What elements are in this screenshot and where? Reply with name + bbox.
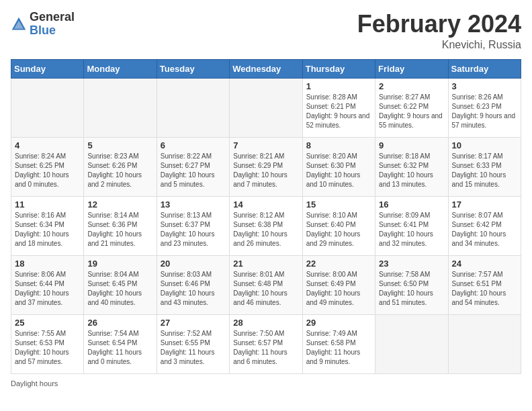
day-info: Sunrise: 8:01 AMSunset: 6:48 PMDaylight:… xyxy=(233,270,298,308)
header-saturday: Saturday xyxy=(448,59,521,78)
table-row: 1Sunrise: 8:28 AMSunset: 6:21 PMDaylight… xyxy=(302,78,375,137)
day-info: Sunrise: 7:49 AMSunset: 6:58 PMDaylight:… xyxy=(306,329,371,367)
logo-icon xyxy=(11,16,27,32)
day-number: 18 xyxy=(15,259,80,269)
table-row: 21Sunrise: 8:01 AMSunset: 6:48 PMDayligh… xyxy=(230,255,302,314)
day-info: Sunrise: 8:21 AMSunset: 6:29 PMDaylight:… xyxy=(233,152,298,189)
header-thursday: Thursday xyxy=(302,59,375,78)
day-number: 20 xyxy=(161,259,226,269)
calendar-subtitle: Knevichi, Russia xyxy=(357,39,521,51)
day-info: Sunrise: 8:12 AMSunset: 6:38 PMDaylight:… xyxy=(233,211,298,248)
day-number: 27 xyxy=(161,318,226,328)
day-number: 14 xyxy=(233,199,298,210)
table-row xyxy=(157,78,229,137)
day-info: Sunrise: 7:57 AMSunset: 6:51 PMDaylight:… xyxy=(452,270,517,308)
table-row: 6Sunrise: 8:22 AMSunset: 6:27 PMDaylight… xyxy=(157,137,229,196)
table-row: 25Sunrise: 7:55 AMSunset: 6:53 PMDayligh… xyxy=(11,314,84,373)
table-row: 14Sunrise: 8:12 AMSunset: 6:38 PMDayligh… xyxy=(230,196,302,255)
day-number: 11 xyxy=(15,199,80,210)
day-number: 29 xyxy=(306,318,371,328)
table-row: 10Sunrise: 8:17 AMSunset: 6:33 PMDayligh… xyxy=(448,137,521,196)
day-number: 9 xyxy=(379,140,444,150)
logo-general: General xyxy=(30,10,75,24)
day-info: Sunrise: 7:55 AMSunset: 6:53 PMDaylight:… xyxy=(15,329,80,367)
table-row: 29Sunrise: 7:49 AMSunset: 6:58 PMDayligh… xyxy=(302,314,375,373)
table-row: 23Sunrise: 7:58 AMSunset: 6:50 PMDayligh… xyxy=(375,255,448,314)
day-number: 7 xyxy=(233,140,298,150)
day-number: 21 xyxy=(233,259,298,269)
day-number: 16 xyxy=(379,199,444,210)
day-info: Sunrise: 7:54 AMSunset: 6:54 PMDaylight:… xyxy=(87,329,152,367)
day-number: 24 xyxy=(452,259,517,269)
day-info: Sunrise: 8:06 AMSunset: 6:44 PMDaylight:… xyxy=(15,270,80,308)
daylight-label: Daylight hours xyxy=(11,379,58,387)
day-info: Sunrise: 8:03 AMSunset: 6:46 PMDaylight:… xyxy=(161,270,226,308)
table-row xyxy=(230,78,302,137)
day-info: Sunrise: 7:52 AMSunset: 6:55 PMDaylight:… xyxy=(161,329,226,367)
table-row: 13Sunrise: 8:13 AMSunset: 6:37 PMDayligh… xyxy=(157,196,229,255)
day-info: Sunrise: 8:24 AMSunset: 6:25 PMDaylight:… xyxy=(15,152,80,189)
logo-blue: Blue xyxy=(30,24,56,37)
table-row: 3Sunrise: 8:26 AMSunset: 6:23 PMDaylight… xyxy=(448,78,521,137)
table-row: 18Sunrise: 8:06 AMSunset: 6:44 PMDayligh… xyxy=(11,255,84,314)
table-row xyxy=(11,78,84,137)
table-row xyxy=(375,314,448,373)
day-number: 22 xyxy=(306,259,371,269)
day-number: 12 xyxy=(87,199,152,210)
day-info: Sunrise: 8:10 AMSunset: 6:40 PMDaylight:… xyxy=(306,211,371,248)
day-number: 1 xyxy=(306,81,371,91)
day-number: 2 xyxy=(379,81,444,91)
calendar-header: Sunday Monday Tuesday Wednesday Thursday… xyxy=(11,59,521,78)
day-info: Sunrise: 8:27 AMSunset: 6:22 PMDaylight:… xyxy=(379,93,444,130)
table-row: 26Sunrise: 7:54 AMSunset: 6:54 PMDayligh… xyxy=(84,314,157,373)
logo-text: General Blue xyxy=(30,11,75,38)
footer: Daylight hours xyxy=(11,379,521,387)
day-number: 8 xyxy=(306,140,371,150)
day-info: Sunrise: 7:58 AMSunset: 6:50 PMDaylight:… xyxy=(379,270,444,308)
table-row: 4Sunrise: 8:24 AMSunset: 6:25 PMDaylight… xyxy=(11,137,84,196)
header-tuesday: Tuesday xyxy=(157,59,229,78)
day-info: Sunrise: 7:50 AMSunset: 6:57 PMDaylight:… xyxy=(233,329,298,367)
day-info: Sunrise: 8:09 AMSunset: 6:41 PMDaylight:… xyxy=(379,211,444,248)
table-row: 2Sunrise: 8:27 AMSunset: 6:22 PMDaylight… xyxy=(375,78,448,137)
day-number: 15 xyxy=(306,199,371,210)
day-info: Sunrise: 8:18 AMSunset: 6:32 PMDaylight:… xyxy=(379,152,444,189)
table-row xyxy=(448,314,521,373)
day-info: Sunrise: 8:14 AMSunset: 6:36 PMDaylight:… xyxy=(87,211,152,248)
day-number: 23 xyxy=(379,259,444,269)
day-number: 25 xyxy=(15,318,80,328)
day-number: 4 xyxy=(15,140,80,150)
table-row: 12Sunrise: 8:14 AMSunset: 6:36 PMDayligh… xyxy=(84,196,157,255)
day-info: Sunrise: 8:16 AMSunset: 6:34 PMDaylight:… xyxy=(15,211,80,248)
day-info: Sunrise: 8:04 AMSunset: 6:45 PMDaylight:… xyxy=(87,270,152,308)
day-number: 19 xyxy=(87,259,152,269)
table-row: 5Sunrise: 8:23 AMSunset: 6:26 PMDaylight… xyxy=(84,137,157,196)
table-row: 19Sunrise: 8:04 AMSunset: 6:45 PMDayligh… xyxy=(84,255,157,314)
table-row: 20Sunrise: 8:03 AMSunset: 6:46 PMDayligh… xyxy=(157,255,229,314)
day-number: 13 xyxy=(161,199,226,210)
header: General Blue February 2024 Knevichi, Rus… xyxy=(11,11,521,51)
day-number: 26 xyxy=(87,318,152,328)
day-info: Sunrise: 8:23 AMSunset: 6:26 PMDaylight:… xyxy=(87,152,152,189)
table-row: 15Sunrise: 8:10 AMSunset: 6:40 PMDayligh… xyxy=(302,196,375,255)
day-info: Sunrise: 8:26 AMSunset: 6:23 PMDaylight:… xyxy=(452,93,517,130)
day-info: Sunrise: 8:00 AMSunset: 6:49 PMDaylight:… xyxy=(306,270,371,308)
title-area: February 2024 Knevichi, Russia xyxy=(357,11,521,51)
day-number: 5 xyxy=(87,140,152,150)
day-number: 10 xyxy=(452,140,517,150)
calendar-title: February 2024 xyxy=(357,11,521,38)
day-info: Sunrise: 8:20 AMSunset: 6:30 PMDaylight:… xyxy=(306,152,371,189)
header-wednesday: Wednesday xyxy=(230,59,302,78)
table-row: 16Sunrise: 8:09 AMSunset: 6:41 PMDayligh… xyxy=(375,196,448,255)
day-info: Sunrise: 8:28 AMSunset: 6:21 PMDaylight:… xyxy=(306,93,371,130)
day-info: Sunrise: 8:17 AMSunset: 6:33 PMDaylight:… xyxy=(452,152,517,189)
day-info: Sunrise: 8:13 AMSunset: 6:37 PMDaylight:… xyxy=(161,211,226,248)
day-number: 28 xyxy=(233,318,298,328)
day-info: Sunrise: 8:22 AMSunset: 6:27 PMDaylight:… xyxy=(161,152,226,189)
day-number: 6 xyxy=(161,140,226,150)
table-row: 17Sunrise: 8:07 AMSunset: 6:42 PMDayligh… xyxy=(448,196,521,255)
table-row: 11Sunrise: 8:16 AMSunset: 6:34 PMDayligh… xyxy=(11,196,84,255)
header-sunday: Sunday xyxy=(11,59,84,78)
table-row: 7Sunrise: 8:21 AMSunset: 6:29 PMDaylight… xyxy=(230,137,302,196)
table-row xyxy=(84,78,157,137)
